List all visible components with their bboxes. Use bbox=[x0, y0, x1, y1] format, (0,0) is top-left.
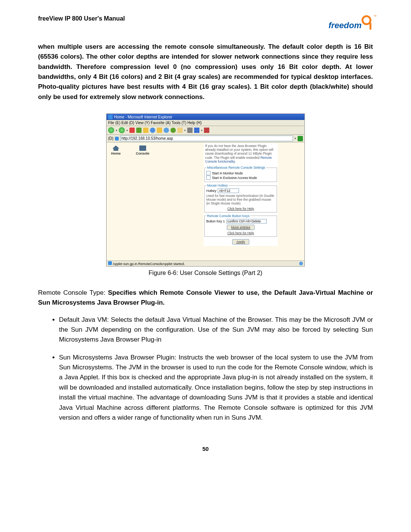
manual-title: freeView IP 800 User's Manual bbox=[38, 15, 125, 22]
favorites-icon[interactable] bbox=[157, 128, 162, 133]
mouse-hotkey-group: Mouse Hotkey Hotkey Used for fast mouse … bbox=[204, 184, 277, 212]
internet-zone-icon bbox=[299, 262, 303, 265]
figure-6-6: Home - Microsoft Internet Explorer File … bbox=[38, 113, 373, 276]
history-icon[interactable] bbox=[170, 128, 176, 133]
nav-console[interactable]: Console bbox=[136, 145, 150, 155]
hotkey-label: Hotkey bbox=[206, 189, 216, 193]
page-header: freeView IP 800 User's Manual freedom™ bbox=[38, 15, 373, 30]
ie-content-area: Home Console If you do not have the Java… bbox=[107, 142, 304, 260]
mail-icon[interactable] bbox=[177, 128, 183, 133]
back-icon[interactable] bbox=[108, 127, 114, 133]
nav-home-icon bbox=[113, 145, 119, 151]
stop-icon[interactable] bbox=[129, 128, 135, 133]
go-button[interactable] bbox=[298, 136, 303, 141]
button-keys-group: Remote Console Button Keys Button Key 1 … bbox=[204, 214, 277, 237]
exclusive-mode-checkbox[interactable] bbox=[206, 176, 210, 180]
search-icon[interactable] bbox=[150, 128, 155, 133]
misc-settings-group: Miscellaneous Remote Console Settings St… bbox=[204, 166, 277, 182]
figure-caption: Figure 6-6: User Console Settings (Part … bbox=[38, 270, 373, 276]
bullet-sun-plugin: Sun Microsystems Java Browser Plugin: In… bbox=[59, 353, 373, 423]
apply-button[interactable]: Apply bbox=[232, 239, 249, 244]
mail-dropdown-icon[interactable]: ▾ bbox=[184, 129, 186, 132]
plugin-note: If you do not have the Java Browser Plug… bbox=[204, 143, 278, 164]
nav-console-label: Console bbox=[136, 152, 150, 155]
globe-icon[interactable] bbox=[164, 128, 169, 133]
address-input[interactable] bbox=[120, 136, 293, 141]
hotkey-help-link[interactable]: Click here for Help bbox=[206, 207, 275, 211]
remote-console-type-para: Remote Console Type: Specifies which Rem… bbox=[38, 288, 373, 308]
address-label: (D) bbox=[108, 136, 113, 141]
refresh-icon[interactable] bbox=[136, 128, 142, 133]
back-dropdown-icon[interactable]: ▾ bbox=[116, 129, 117, 132]
edit-dropdown-icon[interactable]: ▾ bbox=[201, 129, 202, 132]
page-icon bbox=[115, 137, 119, 141]
status-icon bbox=[108, 261, 112, 265]
b1-lead: Sun Microsystems Java Browser Plugin: bbox=[59, 354, 178, 361]
ie-toolbar: ▾ ▾ ▾ ▾ bbox=[107, 126, 304, 135]
ie-screenshot: Home - Microsoft Internet Explorer File … bbox=[106, 113, 305, 267]
misc-legend: Miscellaneous Remote Console Settings bbox=[206, 166, 266, 169]
nav-console-icon bbox=[139, 145, 146, 151]
intro-paragraph: when multiple users are accessing the re… bbox=[38, 42, 373, 102]
ie-icon bbox=[108, 115, 113, 119]
forward-icon[interactable] bbox=[119, 127, 125, 133]
print-icon[interactable] bbox=[187, 128, 193, 133]
logo-9-icon: ™ bbox=[362, 15, 373, 30]
exclusive-mode-label: Start in Exclusive Access Mode bbox=[212, 176, 257, 180]
edit-icon[interactable] bbox=[194, 128, 199, 133]
hotkey-legend: Mouse Hotkey bbox=[206, 184, 228, 187]
btnkeys-label: Button Key 1 bbox=[206, 219, 225, 223]
more-entries-button[interactable]: More entries bbox=[227, 225, 254, 230]
ie-addressbar: (D) ▾ bbox=[107, 135, 304, 142]
logo-text: freedom bbox=[328, 21, 362, 30]
nav-home-label: Home bbox=[111, 152, 121, 155]
bullet-default-jvm: Default Java VM: Selects the default Jav… bbox=[59, 315, 373, 345]
address-dropdown-icon[interactable]: ▾ bbox=[295, 137, 296, 140]
btnkeys-legend: Remote Console Button Keys bbox=[206, 214, 250, 218]
btnkeys-input[interactable] bbox=[226, 219, 267, 224]
hotkey-note: Used for fast mouse synchronization (in … bbox=[206, 194, 275, 206]
b0-lead: Default Java VM: bbox=[59, 316, 111, 323]
status-text: Applet sun.gp.in.RemoteConsoleApplet sta… bbox=[113, 262, 185, 266]
freedom9-logo: freedom™ bbox=[328, 15, 373, 30]
ie-title-text: Home - Microsoft Internet Explorer bbox=[114, 115, 172, 119]
messenger-icon[interactable] bbox=[204, 128, 209, 133]
b1-bold: Instructs the web browser of the local s… bbox=[59, 354, 373, 421]
fwd-dropdown-icon[interactable]: ▾ bbox=[126, 129, 128, 132]
monitor-mode-label: Start in Monitor Mode bbox=[212, 171, 243, 175]
page-number: 50 bbox=[38, 446, 373, 452]
home-icon[interactable] bbox=[143, 128, 148, 133]
btnkeys-help-link[interactable]: Click here for Help bbox=[206, 231, 275, 235]
ie-menubar[interactable]: File (E) Edit (D) View (Y) Favorite (A) … bbox=[107, 120, 304, 126]
bullet-list: Default Java VM: Selects the default Jav… bbox=[38, 315, 373, 423]
hotkey-input[interactable] bbox=[218, 189, 239, 193]
rct-lead: Remote Console Type: bbox=[38, 289, 108, 296]
ie-titlebar: Home - Microsoft Internet Explorer bbox=[107, 114, 304, 120]
nav-home[interactable]: Home bbox=[111, 145, 121, 155]
settings-panel: If you do not have the Java Browser Plug… bbox=[204, 143, 278, 246]
monitor-mode-checkbox[interactable] bbox=[206, 171, 210, 175]
ie-statusbar: Applet sun.gp.in.RemoteConsoleApplet sta… bbox=[107, 260, 304, 266]
